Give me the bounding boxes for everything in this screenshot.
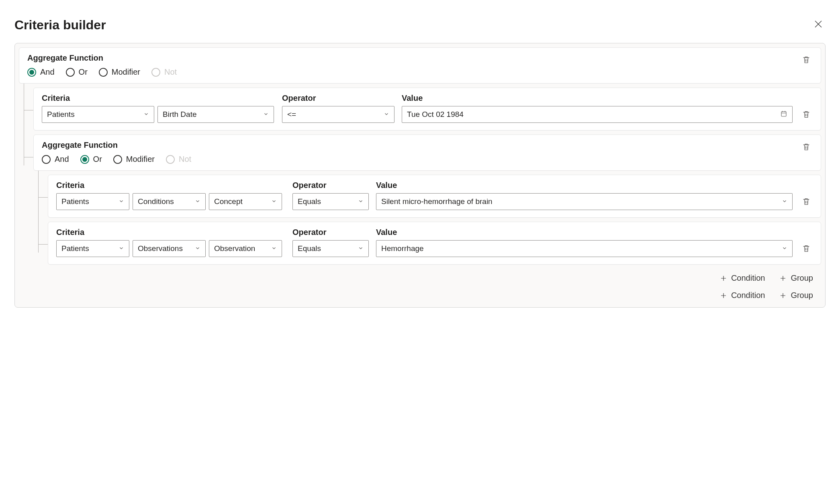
trash-icon xyxy=(802,244,811,253)
button-label: Condition xyxy=(731,273,765,283)
plus-icon xyxy=(779,275,787,282)
delete-condition-button[interactable] xyxy=(800,195,813,208)
criteria-label: Criteria xyxy=(56,228,285,237)
plus-icon xyxy=(779,292,787,299)
aggregate-function-radios: And Or Modifier xyxy=(42,155,191,164)
select-value: Observation xyxy=(214,244,255,253)
criteria-select-relation[interactable]: Observations xyxy=(133,240,206,257)
radio-label: And xyxy=(55,155,69,164)
select-value: Patients xyxy=(61,197,89,206)
operator-label: Operator xyxy=(282,94,394,103)
select-value: <= xyxy=(287,110,296,119)
close-icon xyxy=(813,19,823,29)
button-label: Condition xyxy=(731,291,765,300)
value-label: Value xyxy=(376,228,793,237)
close-button[interactable] xyxy=(811,17,826,33)
select-value: Patients xyxy=(47,110,75,119)
value-select[interactable]: Hemorrhage xyxy=(376,240,793,257)
condition-row: Criteria Patients Conditions xyxy=(48,175,821,218)
aggregate-function-group: Aggregate Function And Or xyxy=(33,135,821,171)
criteria-label: Criteria xyxy=(56,181,285,190)
chevron-down-icon xyxy=(195,197,200,206)
radio-icon xyxy=(151,68,160,77)
add-condition-button[interactable]: Condition xyxy=(720,273,765,283)
radio-icon xyxy=(80,155,89,164)
radio-label: Or xyxy=(93,155,102,164)
chevron-down-icon xyxy=(782,244,787,253)
criteria-select-relation[interactable]: Conditions xyxy=(133,193,206,210)
add-condition-button[interactable]: Condition xyxy=(720,291,765,300)
trash-icon xyxy=(802,55,811,64)
radio-label: And xyxy=(40,67,55,77)
plus-icon xyxy=(720,275,727,282)
criteria-select-attribute[interactable]: Observation xyxy=(209,240,282,257)
aggregate-function-radios: And Or Modifier Not xyxy=(27,67,177,77)
value-select[interactable]: Silent micro-hemorrhage of brain xyxy=(376,193,793,210)
button-label: Group xyxy=(791,291,813,300)
radio-icon xyxy=(27,68,36,77)
value-date-input[interactable]: Tue Oct 02 1984 xyxy=(402,106,793,123)
radio-not: Not xyxy=(151,67,177,77)
button-label: Group xyxy=(791,273,813,283)
criteria-select-entity[interactable]: Patients xyxy=(42,106,154,123)
select-value: Birth Date xyxy=(163,110,196,119)
radio-or[interactable]: Or xyxy=(80,155,102,164)
radio-label: Not xyxy=(164,67,177,77)
radio-modifier[interactable]: Modifier xyxy=(113,155,155,164)
plus-icon xyxy=(720,292,727,299)
radio-or[interactable]: Or xyxy=(66,67,88,77)
value-label: Value xyxy=(402,94,793,103)
chevron-down-icon xyxy=(195,244,200,253)
criteria-select-attribute[interactable]: Concept xyxy=(209,193,282,210)
chevron-down-icon xyxy=(263,110,269,119)
criteria-label: Criteria xyxy=(42,94,275,103)
operator-label: Operator xyxy=(292,181,369,190)
operator-select[interactable]: Equals xyxy=(292,240,369,257)
radio-icon xyxy=(42,155,51,164)
radio-label: Modifier xyxy=(126,155,155,164)
delete-group-button[interactable] xyxy=(800,53,813,66)
chevron-down-icon xyxy=(271,197,277,206)
condition-row: Criteria Patients Birth Date Operator xyxy=(33,88,821,131)
radio-modifier[interactable]: Modifier xyxy=(99,67,140,77)
select-value: Observations xyxy=(138,244,183,253)
input-value: Tue Oct 02 1984 xyxy=(407,110,464,119)
aggregate-function-label: Aggregate Function xyxy=(27,53,177,63)
operator-label: Operator xyxy=(292,228,369,237)
chevron-down-icon xyxy=(358,197,364,206)
delete-condition-button[interactable] xyxy=(800,242,813,255)
aggregate-function-label: Aggregate Function xyxy=(42,141,191,150)
operator-select[interactable]: Equals xyxy=(292,193,369,210)
radio-label: Not xyxy=(179,155,191,164)
select-value: Equals xyxy=(298,244,321,253)
criteria-select-entity[interactable]: Patients xyxy=(56,193,129,210)
criteria-select-entity[interactable]: Patients xyxy=(56,240,129,257)
trash-icon xyxy=(802,143,811,151)
operator-select[interactable]: <= xyxy=(282,106,394,123)
criteria-builder-panel: Aggregate Function And Or Modifier xyxy=(14,43,826,308)
select-value: Concept xyxy=(214,197,243,206)
radio-not: Not xyxy=(166,155,191,164)
condition-row: Criteria Patients Observations xyxy=(48,222,821,265)
chevron-down-icon xyxy=(358,244,364,253)
radio-icon xyxy=(166,155,175,164)
aggregate-function-group: Aggregate Function And Or Modifier xyxy=(19,47,821,84)
select-value: Conditions xyxy=(138,197,174,206)
select-value: Hemorrhage xyxy=(381,244,424,253)
group-actions: Condition Group xyxy=(48,269,821,286)
chevron-down-icon xyxy=(384,110,389,119)
delete-group-button[interactable] xyxy=(800,141,813,153)
add-group-button[interactable]: Group xyxy=(779,273,813,283)
value-label: Value xyxy=(376,181,793,190)
select-value: Patients xyxy=(61,244,89,253)
trash-icon xyxy=(802,110,811,119)
trash-icon xyxy=(802,197,811,206)
criteria-select-attribute[interactable]: Birth Date xyxy=(157,106,274,123)
add-group-button[interactable]: Group xyxy=(779,291,813,300)
group-actions: Condition Group xyxy=(19,286,821,303)
svg-rect-0 xyxy=(781,111,786,116)
radio-and[interactable]: And xyxy=(42,155,69,164)
delete-condition-button[interactable] xyxy=(800,108,813,121)
chevron-down-icon xyxy=(119,244,124,253)
radio-and[interactable]: And xyxy=(27,67,55,77)
